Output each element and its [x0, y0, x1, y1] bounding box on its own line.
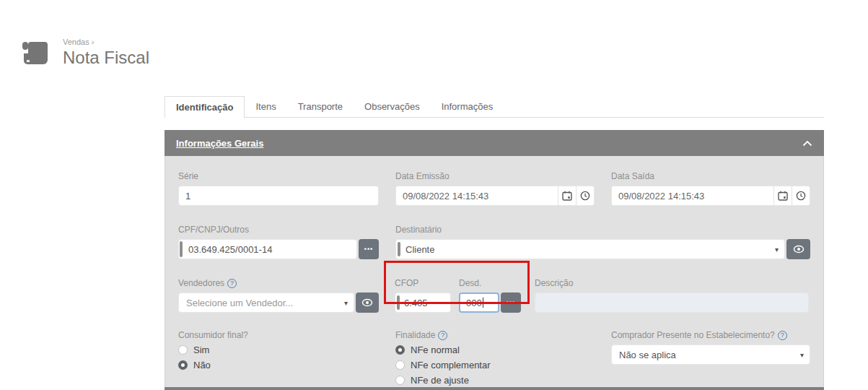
radio-label: NFe de ajuste [411, 375, 469, 386]
row-serie-datas: Série Data Emissão [178, 171, 809, 206]
help-icon[interactable]: ? [438, 331, 447, 340]
tab-identificacao[interactable]: Identificação [165, 96, 245, 118]
destinatario-select[interactable]: Cliente ▾ [395, 239, 785, 259]
row-vendedores-cfop: Vendedores ? Selecione um Vendedor... ▾ [178, 278, 809, 313]
serie-label: Série [178, 171, 379, 181]
cpf-lookup-button[interactable]: ••• [359, 239, 379, 259]
breadcrumb-arrow-icon: › [92, 38, 95, 46]
data-saida-label: Data Saída [611, 171, 810, 181]
field-vendedores: Vendedores ? Selecione um Vendedor... ▾ [178, 278, 379, 313]
radio-nfe-de-ajuste[interactable]: NFe de ajuste [395, 375, 595, 386]
content: Identificação Itens Transporte Observaçõ… [165, 97, 824, 390]
field-finalidade: Finalidade ? NFe normal NFe complementar [395, 330, 595, 386]
cfop-input[interactable]: 6.405 [395, 292, 451, 313]
panel-body: Série Data Emissão [165, 156, 824, 387]
vendedores-placeholder: Selecione um Vendedor... [186, 298, 293, 308]
text-cursor [483, 298, 483, 308]
caret-down-icon: ▾ [344, 299, 348, 307]
ellipsis-icon: ••• [364, 246, 373, 253]
desd-value: 000 [466, 298, 482, 308]
desd-label: Desd. [459, 278, 499, 288]
radio-label: NFe normal [411, 344, 460, 355]
clock-icon[interactable] [576, 186, 594, 205]
cpf-cnpj-label: CPF/CNPJ/Outros [178, 225, 379, 235]
field-serie: Série [178, 171, 379, 206]
comprador-presente-select[interactable]: Não se aplica ▾ [611, 344, 810, 365]
consumidor-final-label: Consumidor final? [178, 330, 379, 340]
caret-down-icon: ▾ [775, 246, 779, 254]
radio-sim[interactable]: Sim [178, 344, 379, 355]
breadcrumb-link[interactable]: Vendas [63, 38, 89, 46]
radio-nfe-complementar[interactable]: NFe complementar [395, 360, 595, 370]
destinatario-label: Destinatário [395, 225, 810, 235]
data-emissao-input[interactable] [396, 186, 558, 205]
cfop-value: 6.405 [404, 298, 428, 308]
field-consumidor-final: Consumidor final? Sim Não [178, 330, 379, 386]
radio-label: Não [193, 360, 211, 370]
tab-transporte[interactable]: Transporte [287, 97, 354, 117]
caret-down-icon: ▾ [800, 351, 804, 359]
radio-circle-icon [395, 376, 405, 385]
breadcrumb[interactable]: Vendas › [63, 38, 149, 46]
descricao-label: Descrição [535, 278, 809, 288]
radio-nao[interactable]: Não [178, 360, 379, 370]
serie-input[interactable] [178, 186, 379, 206]
radio-circle-icon [395, 360, 405, 370]
clock-icon[interactable] [792, 186, 810, 205]
radio-label: NFe complementar [411, 360, 491, 370]
comprador-presente-label: Comprador Presente no Estabelecimento? ? [611, 330, 810, 340]
radio-nfe-normal[interactable]: NFe normal [395, 344, 595, 355]
cpf-cnpj-input[interactable] [178, 239, 357, 259]
radio-circle-icon [178, 345, 188, 355]
row-radios: Consumidor final? Sim Não [178, 330, 809, 386]
vendedores-select[interactable]: Selecione um Vendedor... ▾ [178, 292, 354, 313]
radio-circle-icon [395, 345, 405, 355]
data-emissao-label: Data Emissão [395, 171, 595, 181]
comprador-presente-value: Não se aplica [619, 350, 676, 360]
panel-title[interactable]: Informações Gerais [176, 138, 263, 149]
cfop-label: CFOP [395, 278, 451, 288]
field-comprador-presente: Comprador Presente no Estabelecimento? ?… [611, 330, 810, 386]
help-icon[interactable]: ? [778, 331, 787, 340]
cfop-desd-group: CFOP 6.405 Desd. 000 [395, 278, 522, 313]
tab-itens[interactable]: Itens [245, 97, 286, 117]
data-emissao-group [395, 186, 595, 206]
cfop-lookup-button[interactable]: ••• [501, 292, 521, 313]
ellipsis-icon: ••• [507, 299, 515, 306]
field-cfop: CFOP 6.405 [395, 278, 451, 313]
desd-input[interactable]: 000 [459, 292, 499, 313]
eye-icon [361, 298, 373, 307]
next-section-header-edge [165, 387, 824, 390]
help-icon[interactable]: ? [227, 279, 237, 288]
descricao-input-disabled [535, 292, 809, 313]
finalidade-label: Finalidade ? [395, 330, 595, 340]
calendar-icon[interactable] [773, 186, 792, 205]
tab-bar: Identificação Itens Transporte Observaçõ… [165, 97, 824, 118]
finalidade-label-text: Finalidade [395, 330, 435, 340]
destinatario-view-button[interactable] [786, 239, 810, 259]
tab-observacoes[interactable]: Observações [354, 97, 431, 117]
field-desd: Desd. 000 [459, 278, 499, 313]
title-block: Vendas › Nota Fiscal [63, 36, 149, 68]
chevron-up-icon[interactable] [802, 140, 812, 147]
field-descricao: Descrição [535, 278, 809, 313]
field-destinatario: Destinatário Cliente ▾ [395, 225, 810, 259]
vendedores-view-button[interactable] [356, 292, 379, 313]
calendar-icon[interactable] [558, 186, 576, 205]
page-header: Vendas › Nota Fiscal [18, 36, 149, 69]
field-data-saida: Data Saída [611, 171, 810, 206]
vendedores-label: Vendedores ? [178, 278, 379, 288]
informacoes-gerais-panel: Informações Gerais Série Data Emissão [165, 130, 824, 390]
radio-circle-icon [178, 360, 188, 370]
finalidade-options: NFe normal NFe complementar NFe de ajust… [395, 344, 595, 386]
data-saida-input[interactable] [612, 186, 773, 205]
radio-label: Sim [193, 344, 209, 355]
nota-fiscal-page: Vendas › Nota Fiscal Identificação Itens… [0, 0, 868, 390]
field-data-emissao: Data Emissão [395, 171, 595, 206]
panel-header[interactable]: Informações Gerais [165, 130, 824, 156]
page-title: Nota Fiscal [63, 48, 149, 68]
data-saida-group [611, 186, 810, 206]
tab-informacoes[interactable]: Informações [431, 97, 504, 117]
vendedores-label-text: Vendedores [178, 278, 224, 288]
row-cpf-destinatario: CPF/CNPJ/Outros ••• Destinatário [178, 225, 809, 259]
